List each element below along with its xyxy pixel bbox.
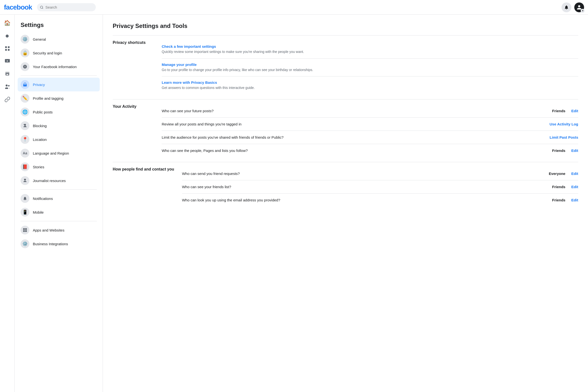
journalist-icon xyxy=(20,176,30,185)
sidebar-item-public-posts[interactable]: 🌐 Public posts xyxy=(18,105,100,119)
how-people-find-label: How people find and contact you xyxy=(113,167,182,172)
icon-bar-groups[interactable] xyxy=(2,81,13,92)
settings-sidebar: Settings ⚙️ General 🔒 Security and login… xyxy=(15,15,103,392)
use-activity-log-link[interactable]: Use Activity Log xyxy=(550,122,578,126)
limit-past-posts-link[interactable]: Limit Past Posts xyxy=(550,135,578,140)
shortcut-privacy-basics[interactable]: Learn more with Privacy Basics Get answe… xyxy=(162,76,578,94)
privacy-shortcuts-section: Privacy shortcuts Check a few important … xyxy=(113,36,578,100)
search-icon xyxy=(40,6,43,9)
page-title: Privacy Settings and Tools xyxy=(113,22,578,30)
how-people-find-section: How people find and contact you Who can … xyxy=(113,162,578,212)
sidebar-item-blocking[interactable]: Blocking xyxy=(18,119,100,132)
shortcut-manage-profile[interactable]: Manage your profile Go to your profile t… xyxy=(162,58,578,77)
security-icon: 🔒 xyxy=(20,48,30,57)
shortcut-title-2: Learn more with Privacy Basics xyxy=(162,80,578,84)
public-posts-icon: 🌐 xyxy=(20,108,30,116)
sidebar-label-security: Security and login xyxy=(33,51,62,55)
sidebar-item-privacy[interactable]: Privacy xyxy=(18,78,100,92)
shortcut-important-settings[interactable]: Check a few important settings Quickly r… xyxy=(162,40,578,58)
people-icon xyxy=(4,84,10,90)
sidebar-item-language[interactable]: Aa Language and Region xyxy=(18,146,100,160)
future-posts-value: Friends xyxy=(552,109,565,113)
sidebar-item-journalist[interactable]: Journalist resources xyxy=(18,174,100,188)
limit-past-posts-desc: Limit the audience for posts you've shar… xyxy=(162,135,544,140)
sidebar-divider-1 xyxy=(20,76,97,76)
sidebar-label-language: Language and Region xyxy=(33,151,69,155)
mobile-icon: 📱 xyxy=(20,208,30,216)
apps-icon xyxy=(20,226,30,234)
sidebar-item-general[interactable]: ⚙️ General xyxy=(18,32,100,46)
friends-list-edit[interactable]: Edit xyxy=(571,185,578,189)
icon-bar-links[interactable] xyxy=(2,94,13,105)
profile-avatar-button[interactable] xyxy=(574,2,584,12)
icon-bar-menu[interactable] xyxy=(2,43,13,54)
top-navigation: facebook xyxy=(0,0,588,15)
grid-icon xyxy=(4,46,10,52)
stories-icon: 📕 xyxy=(20,162,30,171)
email-lookup-row: Who can look you up using the email addr… xyxy=(182,194,578,206)
blocking-icon xyxy=(20,121,30,130)
sidebar-item-location[interactable]: 📍 Location xyxy=(18,132,100,146)
sidebar-item-mobile[interactable]: 📱 Mobile xyxy=(18,205,100,219)
svg-point-9 xyxy=(8,85,10,86)
sidebar-label-business: Business Integrations xyxy=(33,242,68,246)
icon-bar-marketplace[interactable] xyxy=(2,68,13,80)
sidebar-label-blocking: Blocking xyxy=(33,124,47,128)
svg-rect-14 xyxy=(25,230,27,232)
location-icon: 📍 xyxy=(20,135,30,144)
bell-icon xyxy=(564,5,569,10)
facebook-logo: facebook xyxy=(4,4,32,11)
main-layout: Settings ⚙️ General 🔒 Security and login… xyxy=(15,15,588,392)
sidebar-label-stories: Stories xyxy=(33,165,44,169)
friend-requests-edit[interactable]: Edit xyxy=(571,172,578,176)
sidebar-item-notifications[interactable]: Notifications xyxy=(18,192,100,205)
sidebar-label-facebook-info: Your Facebook information xyxy=(33,65,77,69)
friend-requests-value: Everyone xyxy=(549,172,566,176)
follow-pages-row: Who can see the people, Pages and lists … xyxy=(162,144,578,157)
limit-past-posts-row: Limit the audience for posts you've shar… xyxy=(162,131,578,144)
topnav-right xyxy=(562,2,584,12)
icon-bar-profile[interactable]: ● xyxy=(2,30,13,41)
svg-rect-13 xyxy=(23,230,25,232)
follow-pages-desc: Who can see the people, Pages and lists … xyxy=(162,148,552,153)
svg-line-1 xyxy=(42,8,43,8)
icon-bar-watch[interactable] xyxy=(2,56,13,67)
language-icon: Aa xyxy=(20,149,30,158)
shortcut-desc-2: Get answers to common questions with thi… xyxy=(162,86,578,90)
icon-bar-home[interactable]: 🏠 xyxy=(2,18,13,28)
sidebar-item-profile-tagging[interactable]: ✏️ Profile and tagging xyxy=(18,92,100,105)
svg-rect-3 xyxy=(8,46,10,48)
your-activity-section: Your Activity Who can see your future po… xyxy=(113,100,578,162)
sidebar-item-apps[interactable]: Apps and Websites xyxy=(18,223,100,237)
search-box[interactable] xyxy=(37,3,96,11)
future-posts-desc: Who can see your future posts? xyxy=(162,108,552,114)
notifications-button[interactable] xyxy=(562,2,571,12)
sidebar-label-apps: Apps and Websites xyxy=(33,228,64,232)
notifications-sidebar-icon xyxy=(20,194,30,203)
sidebar-divider-2 xyxy=(20,190,97,190)
sidebar-item-business[interactable]: ⚙️ Business Integrations xyxy=(18,237,100,251)
general-icon: ⚙️ xyxy=(20,35,30,44)
icon-bar: 🏠 ● xyxy=(0,15,15,392)
sidebar-divider-3 xyxy=(20,221,97,221)
sidebar-label-journalist: Journalist resources xyxy=(33,178,66,183)
sidebar-label-notifications: Notifications xyxy=(33,196,53,201)
email-lookup-value: Friends xyxy=(552,198,565,202)
store-icon xyxy=(4,71,10,77)
friends-list-value: Friends xyxy=(552,185,565,189)
sidebar-item-stories[interactable]: 📕 Stories xyxy=(18,160,100,174)
sidebar-label-general: General xyxy=(33,37,46,42)
future-posts-edit[interactable]: Edit xyxy=(571,109,578,113)
follow-pages-edit[interactable]: Edit xyxy=(571,148,578,153)
privacy-shortcuts-body: Check a few important settings Quickly r… xyxy=(162,40,578,94)
shortcut-title-0: Check a few important settings xyxy=(162,44,578,48)
search-input[interactable] xyxy=(45,5,93,9)
facebook-info-icon xyxy=(20,62,30,71)
future-posts-row: Who can see your future posts? Friends E… xyxy=(162,104,578,118)
sidebar-label-location: Location xyxy=(33,138,47,142)
email-lookup-edit[interactable]: Edit xyxy=(571,198,578,202)
svg-rect-2 xyxy=(5,46,7,48)
sidebar-item-facebook-info[interactable]: Your Facebook information xyxy=(18,60,100,74)
privacy-icon xyxy=(20,80,30,89)
sidebar-item-security[interactable]: 🔒 Security and login xyxy=(18,46,100,60)
